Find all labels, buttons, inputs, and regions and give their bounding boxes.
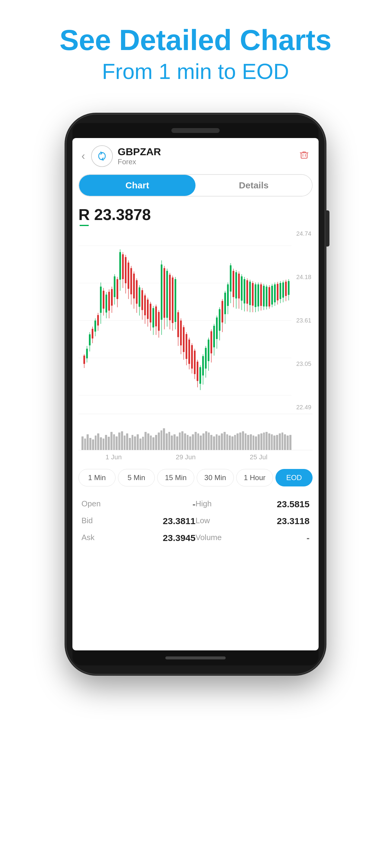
- label-ask: Ask: [81, 528, 138, 545]
- delete-button[interactable]: [299, 149, 310, 163]
- svg-rect-60: [164, 268, 165, 318]
- volume-bar: [189, 436, 191, 450]
- svg-rect-116: [241, 276, 242, 301]
- volume-bar: [200, 435, 202, 450]
- volume-bar: [239, 433, 241, 450]
- currency-type: Forex: [118, 158, 299, 166]
- svg-rect-6: [89, 334, 90, 345]
- volume-bar: [218, 435, 220, 450]
- svg-rect-126: [255, 284, 256, 307]
- svg-rect-48: [147, 300, 148, 319]
- volume-bar: [287, 435, 289, 450]
- volume-bar: [108, 437, 110, 450]
- svg-rect-112: [235, 272, 237, 299]
- svg-rect-26: [116, 279, 118, 299]
- time-btn-15min[interactable]: 15 Min: [157, 469, 194, 487]
- x-label-jul25: 25 Jul: [250, 453, 268, 461]
- svg-rect-34: [128, 262, 129, 289]
- volume-bar: [171, 435, 173, 450]
- volume-bar: [216, 434, 218, 450]
- svg-rect-38: [133, 273, 135, 298]
- tab-bar: Chart Details: [79, 174, 312, 196]
- volume-bar: [276, 435, 278, 450]
- svg-rect-98: [216, 317, 218, 339]
- volume-bar: [250, 434, 252, 450]
- volume-bar: [163, 428, 165, 450]
- volume-bar: [134, 436, 136, 450]
- volume-bar: [289, 435, 291, 450]
- volume-bar: [147, 433, 149, 450]
- tab-chart[interactable]: Chart: [79, 175, 196, 196]
- svg-rect-36: [130, 268, 132, 294]
- volume-bar: [266, 432, 268, 450]
- phone-screen: ‹ GBPZAR Forex: [73, 138, 318, 650]
- volume-bar: [87, 434, 89, 450]
- volume-bar: [202, 433, 204, 450]
- home-indicator: [165, 656, 226, 659]
- volume-bar: [92, 439, 94, 450]
- volume-bar: [100, 437, 102, 450]
- svg-rect-150: [288, 281, 289, 295]
- volume-bar: [245, 433, 247, 450]
- back-button[interactable]: ‹: [81, 150, 85, 162]
- phone-bottom-bar: [73, 650, 318, 665]
- volume-bar: [284, 434, 286, 450]
- volume-bar: [118, 433, 120, 450]
- svg-rect-146: [282, 282, 284, 298]
- volume-bar: [260, 433, 262, 450]
- volume-bar: [210, 435, 213, 450]
- volume-bar: [137, 434, 139, 450]
- volume-bar: [187, 435, 189, 450]
- svg-rect-106: [227, 284, 229, 306]
- volume-bar: [166, 433, 168, 450]
- svg-rect-64: [169, 275, 170, 320]
- time-btn-30min[interactable]: 30 Min: [197, 469, 234, 487]
- svg-rect-78: [188, 339, 190, 364]
- svg-rect-96: [213, 326, 215, 347]
- volume-bar: [273, 435, 275, 450]
- svg-rect-16: [103, 290, 104, 309]
- volume-bar: [97, 433, 99, 450]
- time-btn-eod[interactable]: EOD: [275, 469, 312, 487]
- svg-rect-18: [106, 294, 107, 313]
- time-btn-5min[interactable]: 5 Min: [118, 469, 155, 487]
- volume-bar: [236, 433, 239, 450]
- volume-bar: [224, 432, 226, 450]
- y-label-4: 23.05: [291, 361, 312, 367]
- volume-bar: [105, 435, 107, 450]
- volume-bar: [144, 432, 147, 450]
- svg-rect-90: [205, 348, 206, 369]
- label-bid: Bid: [81, 511, 138, 528]
- svg-rect-108: [230, 265, 231, 291]
- svg-rect-110: [232, 271, 234, 297]
- y-label-5: 22.49: [291, 404, 312, 411]
- time-btn-1hour[interactable]: 1 Hour: [236, 469, 273, 487]
- svg-rect-102: [221, 301, 223, 322]
- svg-rect-68: [175, 279, 176, 322]
- svg-rect-52: [152, 308, 154, 327]
- svg-rect-0: [301, 153, 307, 158]
- tab-details[interactable]: Details: [196, 175, 312, 196]
- volume-bar: [103, 438, 105, 450]
- svg-rect-88: [202, 356, 204, 375]
- currency-name: GBPZAR: [118, 146, 299, 158]
- volume-area: [79, 414, 312, 450]
- value-high: 23.5815: [253, 494, 310, 511]
- label-volume: Volume: [196, 528, 253, 545]
- app-header: ‹ GBPZAR Forex: [73, 138, 318, 174]
- volume-bar: [173, 434, 175, 450]
- svg-rect-56: [158, 312, 160, 331]
- volume-bar: [213, 436, 215, 450]
- svg-rect-32: [125, 257, 127, 283]
- volume-bar: [226, 434, 228, 450]
- volume-bar: [208, 433, 210, 450]
- svg-rect-46: [144, 296, 146, 315]
- svg-rect-94: [211, 331, 212, 353]
- volume-bar: [181, 431, 184, 450]
- svg-rect-136: [269, 287, 270, 306]
- svg-rect-20: [108, 292, 110, 310]
- y-label-1: 24.74: [291, 230, 312, 237]
- volume-bar: [126, 433, 128, 450]
- price-section: R 23.3878: [73, 203, 318, 227]
- time-btn-1min[interactable]: 1 Min: [79, 469, 116, 487]
